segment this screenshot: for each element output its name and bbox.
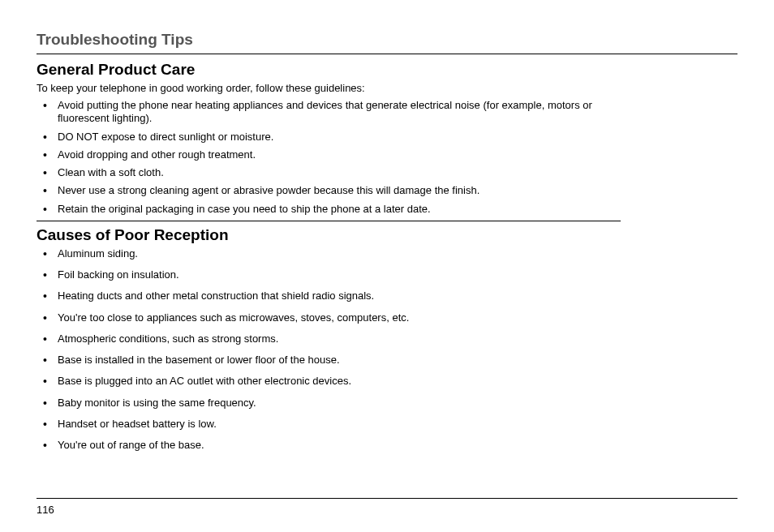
list-item: Avoid dropping and other rough treatment…	[37, 148, 621, 161]
list-item: DO NOT expose to direct sunlight or mois…	[37, 131, 621, 144]
list-item: Avoid putting the phone near heating app…	[37, 99, 621, 126]
section-heading-product-care: General Product Care	[37, 61, 737, 79]
list-item: Never use a strong cleaning agent or abr…	[37, 184, 621, 197]
product-care-list: Avoid putting the phone near heating app…	[37, 99, 621, 216]
list-item: You're out of range of the base.	[37, 439, 737, 452]
section-heading-poor-reception: Causes of Poor Reception	[37, 226, 737, 244]
list-item: Base is plugged into an AC outlet with o…	[37, 375, 737, 388]
list-item: Clean with a soft cloth.	[37, 166, 621, 179]
divider	[37, 221, 621, 221]
list-item: Retain the original packaging in case yo…	[37, 203, 621, 216]
page-title: Troubleshooting Tips	[37, 31, 737, 54]
intro-text: To keep your telephone in good working o…	[37, 82, 737, 94]
list-item: Aluminum siding.	[37, 247, 737, 260]
footer: 116	[37, 498, 737, 516]
poor-reception-list: Aluminum siding. Foil backing on insulat…	[37, 247, 737, 453]
list-item: You're too close to appliances such as m…	[37, 311, 737, 324]
page-number: 116	[37, 504, 54, 516]
list-item: Handset or headset battery is low.	[37, 418, 737, 431]
list-item: Heating ducts and other metal constructi…	[37, 290, 737, 302]
list-item: Baby monitor is using the same frequency…	[37, 397, 737, 410]
list-item: Atmospheric conditions, such as strong s…	[37, 332, 737, 345]
list-item: Foil backing on insulation.	[37, 268, 737, 281]
list-item: Base is installed in the basement or low…	[37, 354, 737, 367]
